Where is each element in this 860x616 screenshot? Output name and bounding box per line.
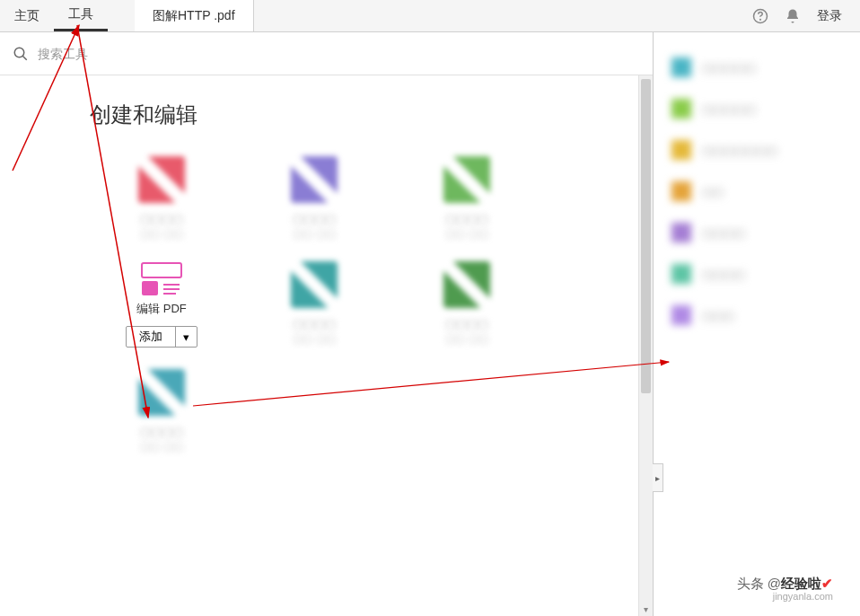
tab-home[interactable]: 主页	[0, 0, 54, 31]
header-right: 登录	[752, 0, 860, 31]
sidebar-item[interactable]: ▢▢▢▢▢	[671, 57, 842, 77]
scrollbar-thumb[interactable]	[641, 79, 651, 393]
add-button[interactable]: 添加	[127, 327, 176, 347]
left-area: 创建和编辑 ▢▢▢▢ ▢▢ ▢▢ ▢▢▢▢ ▢▢ ▢▢ ▢▢▢▢ ▢▢ ▢▢	[0, 32, 654, 616]
login-link[interactable]: 登录	[817, 8, 842, 24]
svg-rect-5	[142, 281, 158, 295]
sidebar-item[interactable]: ▢▢▢▢	[671, 264, 842, 284]
content-area: 创建和编辑 ▢▢▢▢ ▢▢ ▢▢ ▢▢▢▢ ▢▢ ▢▢ ▢▢▢▢ ▢▢ ▢▢	[0, 75, 653, 616]
tool-label: 编辑 PDF	[136, 301, 187, 317]
main: 创建和编辑 ▢▢▢▢ ▢▢ ▢▢ ▢▢▢▢ ▢▢ ▢▢ ▢▢▢▢ ▢▢ ▢▢	[0, 32, 860, 616]
tab-document[interactable]: 图解HTTP .pdf	[135, 0, 254, 31]
scrollbar[interactable]: ▴ ▾	[638, 75, 653, 616]
sidebar-item[interactable]: ▢▢▢	[671, 305, 842, 325]
edit-pdf-icon	[140, 261, 183, 297]
sidebar-item[interactable]: ▢▢▢▢▢	[671, 99, 842, 119]
chevron-down-icon: ▾	[183, 330, 189, 344]
top-bar: 主页 工具 图解HTTP .pdf 登录	[0, 0, 860, 32]
svg-point-2	[14, 48, 24, 57]
tool-item[interactable]: ▢▢▢▢ ▢▢ ▢▢	[90, 156, 233, 240]
scroll-down-icon[interactable]: ▾	[639, 602, 653, 616]
tool-item[interactable]: ▢▢▢▢ ▢▢ ▢▢	[90, 369, 233, 453]
add-button-group: 添加 ▾	[126, 326, 197, 348]
sidebar-item[interactable]: ▢▢	[671, 181, 842, 201]
svg-point-1	[760, 19, 761, 20]
svg-line-3	[22, 56, 27, 60]
section-title: 创建和编辑	[90, 101, 617, 129]
help-icon[interactable]	[752, 8, 768, 24]
notifications-icon[interactable]	[785, 8, 801, 24]
tool-grid: ▢▢▢▢ ▢▢ ▢▢ ▢▢▢▢ ▢▢ ▢▢ ▢▢▢▢ ▢▢ ▢▢	[90, 156, 617, 453]
tool-edit-pdf[interactable]: 编辑 PDF 添加 ▾	[90, 261, 233, 348]
sidebar-item[interactable]: ▢▢▢▢	[671, 223, 842, 242]
watermark: 头条 @经验啦✔ jingyanla.com	[737, 576, 833, 602]
add-dropdown[interactable]: ▾	[176, 327, 197, 347]
tool-item[interactable]: ▢▢▢▢ ▢▢ ▢▢	[242, 261, 386, 348]
tool-item[interactable]: ▢▢▢▢ ▢▢ ▢▢	[395, 156, 539, 240]
svg-rect-4	[142, 263, 181, 277]
tab-tools[interactable]: 工具	[54, 0, 108, 31]
right-panel: ▸ ▢▢▢▢▢ ▢▢▢▢▢ ▢▢▢▢▢▢▢ ▢▢ ▢▢▢▢ ▢▢▢▢ ▢▢▢	[654, 32, 860, 616]
chevron-right-icon: ▸	[655, 473, 660, 483]
tool-item[interactable]: ▢▢▢▢ ▢▢ ▢▢	[395, 261, 539, 348]
search-input[interactable]	[38, 47, 640, 61]
collapse-handle[interactable]: ▸	[653, 463, 663, 492]
search-bar	[0, 32, 653, 75]
search-icon	[13, 46, 29, 62]
sidebar-item[interactable]: ▢▢▢▢▢▢▢	[671, 140, 842, 160]
tool-item[interactable]: ▢▢▢▢ ▢▢ ▢▢	[242, 156, 386, 240]
